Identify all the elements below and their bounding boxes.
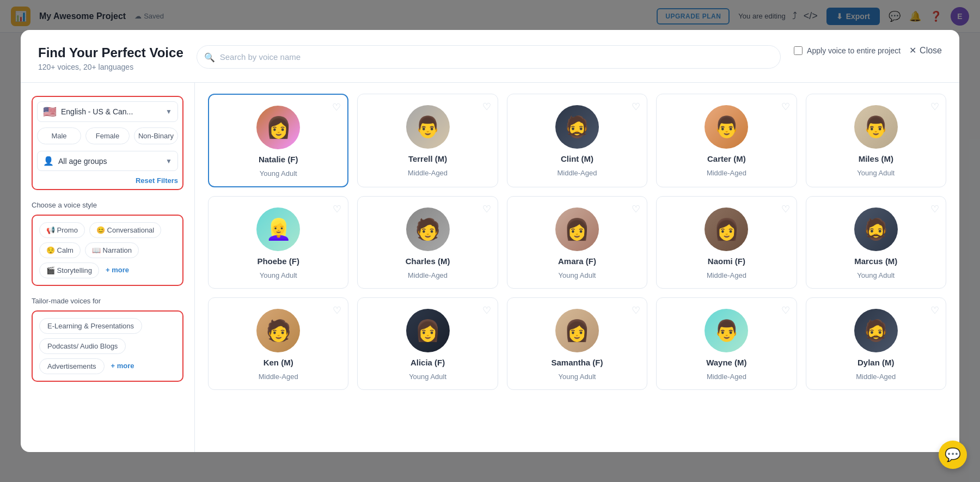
voice-card-miles[interactable]: ♡ 👨 Miles (M) Young Adult	[806, 94, 946, 187]
favorite-icon-natalie[interactable]: ♡	[332, 101, 341, 113]
voice-name-dylan: Dylan (M)	[857, 358, 895, 367]
voice-name-ken: Ken (M)	[264, 358, 293, 367]
voice-name-miles: Miles (M)	[859, 154, 893, 163]
favorite-icon-charles[interactable]: ♡	[482, 203, 491, 215]
voices-grid: ♡ 👩 Natalie (F) Young Adult ♡ 👨 Terrell …	[208, 94, 946, 390]
modal-body: 🇺🇸 English - US & Can... ▼ Male Female N…	[21, 83, 959, 452]
voice-name-clint: Clint (M)	[561, 154, 593, 163]
voice-avatar-ken: 🧑	[256, 309, 300, 352]
tailor-advertisements[interactable]: Advertisements	[39, 358, 105, 374]
voice-card-dylan[interactable]: ♡ 🧔 Dylan (M) Middle-Aged	[806, 297, 946, 390]
voice-age-terrell: Middle-Aged	[408, 169, 448, 177]
favorite-icon-ken[interactable]: ♡	[333, 304, 341, 316]
language-name: English - US & Can...	[61, 107, 161, 116]
voice-avatar-charles: 🧑	[406, 208, 450, 251]
style-calm[interactable]: 😌 Calm	[39, 242, 81, 258]
voice-age-dylan: Middle-Aged	[856, 373, 896, 381]
voice-card-clint[interactable]: ♡ 🧔 Clint (M) Middle-Aged	[507, 94, 647, 187]
close-icon: ✕	[909, 45, 916, 56]
voice-avatar-clint: 🧔	[555, 105, 599, 149]
voice-age-marcus: Young Adult	[857, 271, 895, 279]
voice-card-phoebe[interactable]: ♡ 👱‍♀️ Phoebe (F) Young Adult	[208, 196, 348, 289]
gender-filters: Male Female Non-Binary	[37, 127, 178, 144]
voice-card-wayne[interactable]: ♡ 👨 Wayne (M) Middle-Aged	[656, 297, 797, 390]
modal-apply-close: Apply voice to entire project ✕ Close	[794, 45, 942, 56]
voice-age-alicia: Young Adult	[409, 373, 446, 381]
voice-avatar-dylan: 🧔	[854, 309, 898, 352]
tailor-podcasts[interactable]: Podcasts/ Audio Blogs	[39, 338, 126, 354]
voice-style-section: Choose a voice style 📢 Promo 😊 Conversat…	[32, 201, 183, 286]
voice-style-label: Choose a voice style	[32, 201, 183, 209]
gender-female-button[interactable]: Female	[85, 127, 130, 144]
voice-card-charles[interactable]: ♡ 🧑 Charles (M) Middle-Aged	[357, 196, 498, 289]
voice-age-ken: Middle-Aged	[259, 373, 298, 381]
voice-card-carter[interactable]: ♡ 👨 Carter (M) Middle-Aged	[656, 94, 797, 187]
search-input[interactable]	[197, 45, 781, 69]
voice-age-phoebe: Young Adult	[260, 271, 297, 279]
favorite-icon-dylan[interactable]: ♡	[930, 304, 939, 316]
apply-checkbox[interactable]	[794, 46, 803, 55]
search-area: 🔍	[197, 45, 781, 69]
favorite-icon-samantha[interactable]: ♡	[632, 304, 640, 316]
modal-header: Find Your Perfect Voice 120+ voices, 20+…	[21, 30, 959, 83]
voice-card-amara[interactable]: ♡ 👩 Amara (F) Young Adult	[507, 196, 647, 289]
favorite-icon-wayne[interactable]: ♡	[781, 304, 790, 316]
more-tailor-link[interactable]: + more	[109, 358, 137, 374]
more-styles-link[interactable]: + more	[103, 263, 131, 278]
chevron-down-icon-age: ▼	[166, 157, 172, 165]
favorite-icon-amara[interactable]: ♡	[632, 203, 640, 215]
reset-filters-link[interactable]: Reset Filters	[37, 176, 178, 185]
chat-bubble[interactable]: 💬	[939, 441, 967, 469]
favorite-icon-clint[interactable]: ♡	[632, 101, 640, 113]
tailor-box: E-Learning & Presentations Podcasts/ Aud…	[32, 310, 183, 382]
voices-grid-area: ♡ 👩 Natalie (F) Young Adult ♡ 👨 Terrell …	[195, 83, 959, 452]
flag-icon: 🇺🇸	[43, 105, 57, 118]
close-button[interactable]: ✕ Close	[909, 45, 942, 56]
favorite-icon-alicia[interactable]: ♡	[482, 304, 491, 316]
voice-avatar-terrell: 👨	[406, 105, 450, 149]
style-promo[interactable]: 📢 Promo	[39, 222, 85, 238]
search-wrapper: 🔍	[197, 45, 781, 69]
voice-avatar-marcus: 🧔	[854, 208, 898, 251]
style-conversational[interactable]: 😊 Conversational	[89, 222, 161, 238]
style-tags: 📢 Promo 😊 Conversational 😌 Calm 📖 Narrat…	[39, 222, 176, 278]
person-icon: 👤	[43, 156, 54, 166]
language-selector[interactable]: 🇺🇸 English - US & Can... ▼	[37, 101, 178, 122]
voice-card-alicia[interactable]: ♡ 👩 Alicia (F) Young Adult	[357, 297, 498, 390]
favorite-icon-terrell[interactable]: ♡	[482, 101, 491, 113]
voice-name-terrell: Terrell (M)	[408, 154, 447, 163]
age-group-selector[interactable]: 👤 All age groups ▼	[37, 151, 178, 171]
favorite-icon-phoebe[interactable]: ♡	[333, 203, 341, 215]
voice-card-marcus[interactable]: ♡ 🧔 Marcus (M) Young Adult	[806, 196, 946, 289]
style-storytelling[interactable]: 🎬 Storytelling	[39, 263, 99, 278]
voice-card-natalie[interactable]: ♡ 👩 Natalie (F) Young Adult	[208, 94, 348, 187]
voice-card-terrell[interactable]: ♡ 👨 Terrell (M) Middle-Aged	[357, 94, 498, 187]
favorite-icon-miles[interactable]: ♡	[930, 101, 939, 113]
favorite-icon-marcus[interactable]: ♡	[930, 203, 939, 215]
tailor-tags: E-Learning & Presentations Podcasts/ Aud…	[39, 318, 176, 374]
voice-avatar-carter: 👨	[705, 105, 748, 149]
voice-age-miles: Young Adult	[857, 169, 895, 177]
favorite-icon-naomi[interactable]: ♡	[781, 203, 790, 215]
voice-name-samantha: Samantha (F)	[551, 358, 603, 367]
style-narration[interactable]: 📖 Narration	[85, 242, 139, 258]
search-icon: 🔍	[204, 52, 215, 62]
language-filter-box: 🇺🇸 English - US & Can... ▼ Male Female N…	[32, 96, 183, 190]
voice-avatar-miles: 👨	[854, 105, 898, 149]
voice-card-ken[interactable]: ♡ 🧑 Ken (M) Middle-Aged	[208, 297, 348, 390]
modal-subtitle: 120+ voices, 20+ languages	[38, 63, 183, 71]
voice-name-charles: Charles (M)	[406, 257, 450, 266]
voice-age-charles: Middle-Aged	[408, 271, 448, 279]
gender-nonbinary-button[interactable]: Non-Binary	[134, 127, 178, 144]
favorite-icon-carter[interactable]: ♡	[781, 101, 790, 113]
voice-avatar-wayne: 👨	[705, 309, 748, 352]
tailor-label: Tailor-made voices for	[32, 297, 183, 305]
tailor-elearning[interactable]: E-Learning & Presentations	[39, 318, 142, 334]
voice-card-samantha[interactable]: ♡ 👩 Samantha (F) Young Adult	[507, 297, 647, 390]
voice-age-amara: Young Adult	[559, 271, 596, 279]
voice-style-box: 📢 Promo 😊 Conversational 😌 Calm 📖 Narrat…	[32, 215, 183, 286]
voice-age-clint: Middle-Aged	[557, 169, 597, 177]
voice-card-naomi[interactable]: ♡ 👩 Naomi (F) Middle-Aged	[656, 196, 797, 289]
voice-name-naomi: Naomi (F)	[708, 257, 745, 266]
gender-male-button[interactable]: Male	[37, 127, 81, 144]
